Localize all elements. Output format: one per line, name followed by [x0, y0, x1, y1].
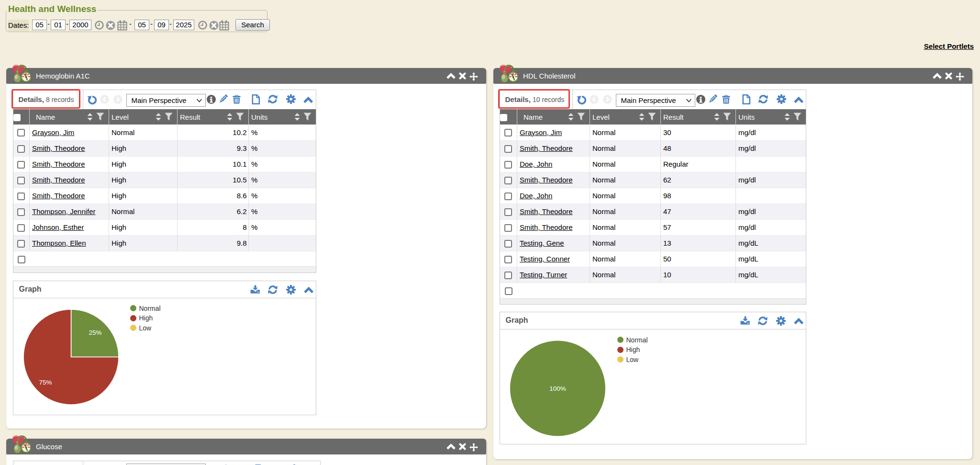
- svg-text:25%: 25%: [89, 329, 101, 336]
- svg-text:75%: 75%: [39, 379, 52, 386]
- svg-text:100%: 100%: [549, 385, 566, 392]
